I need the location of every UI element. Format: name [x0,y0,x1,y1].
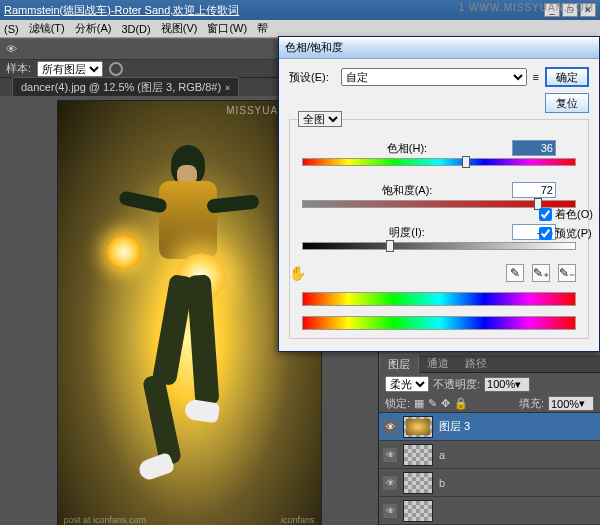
visibility-icon[interactable]: 👁 [383,504,397,518]
ok-button[interactable]: 确定 [545,67,589,87]
menu-help[interactable]: 帮 [257,21,268,36]
colorize-checkbox[interactable]: 着色(O) [539,207,593,222]
layer-name[interactable]: b [439,477,445,489]
hue-slider[interactable] [302,158,576,172]
lock-pixels-icon[interactable]: ▦ [414,397,424,410]
hand-icon[interactable]: ✋ [289,265,306,281]
eyedropper-icon[interactable]: ✎ [506,264,524,282]
visibility-icon[interactable]: 👁 [383,448,397,462]
visibility-icon[interactable]: 👁 [383,476,397,490]
saturation-slider[interactable] [302,200,576,214]
menu-view[interactable]: 视图(V) [161,21,198,36]
saturation-label: 饱和度(A): [302,183,512,198]
app-title: Rammstein(德国战车)-Roter Sand,欢迎上传歌词 [4,3,239,18]
menu-3d[interactable]: 3D(D) [121,23,150,35]
layer-thumb[interactable] [403,416,433,438]
tab-close-icon[interactable]: × [225,83,230,93]
layer-thumb[interactable] [403,500,433,522]
ring-icon[interactable] [109,62,123,76]
dialog-title[interactable]: 色相/饱和度 [279,37,599,59]
tab-layers[interactable]: 图层 [379,354,419,374]
spectrum-bar-bottom [302,316,576,330]
layer-name[interactable]: 图层 3 [439,419,470,434]
layer-row[interactable]: 👁 a [379,441,600,469]
document-tab[interactable]: dancer(4).jpg @ 12.5% (图层 3, RGB/8#) × [12,77,239,97]
preset-label: 预设(E): [289,70,335,85]
saturation-input[interactable] [512,182,556,198]
eyedropper-add-icon[interactable]: ✎₊ [532,264,550,282]
sample-select[interactable]: 所有图层 [37,61,103,77]
fill-label: 填充: [519,396,544,411]
image-credit: post at iconfans.com [64,515,147,525]
eyedropper-icon: 👁 [6,43,17,55]
lock-all-icon[interactable]: 🔒 [454,397,468,410]
lock-label: 锁定: [385,396,410,411]
layer-row[interactable]: 👁 [379,497,600,525]
preview-checkbox[interactable]: 预览(P) [539,226,593,241]
preset-select[interactable]: 自定 [341,68,527,86]
visibility-icon[interactable]: 👁 [383,420,397,434]
hue-label: 色相(H): [302,141,512,156]
tab-channels[interactable]: 通道 [419,354,457,373]
spectrum-bar-top [302,292,576,306]
menu-filter[interactable]: 滤镜(T) [29,21,65,36]
layer-row[interactable]: 👁 图层 3 [379,413,600,441]
layer-thumb[interactable] [403,472,433,494]
opacity-value[interactable]: 100%▾ [484,377,530,392]
tab-paths[interactable]: 路径 [457,354,495,373]
image-credit-2: iconfans [281,515,315,525]
lock-brush-icon[interactable]: ✎ [428,397,437,410]
blend-mode-select[interactable]: 柔光 [385,376,429,392]
lightness-label: 明度(I): [302,225,512,240]
menu-window[interactable]: 窗口(W) [207,21,247,36]
eyedropper-subtract-icon[interactable]: ✎₋ [558,264,576,282]
reset-button[interactable]: 复位 [545,93,589,113]
layer-name[interactable]: a [439,449,445,461]
layer-row[interactable]: 👁 b [379,469,600,497]
menu-analysis[interactable]: 分析(A) [75,21,112,36]
fill-value[interactable]: 100%▾ [548,396,594,411]
sample-label: 样本: [6,61,31,76]
watermark-overlay: 1 WWW.MISSYUAN.COM [459,2,594,13]
channel-select[interactable]: 全图 [298,111,342,127]
tab-label: dancer(4).jpg @ 12.5% (图层 3, RGB/8#) [21,80,221,95]
opacity-label: 不透明度: [433,377,480,392]
lightness-slider[interactable] [302,242,576,256]
hue-input[interactable] [512,140,556,156]
preset-menu-icon[interactable]: ≡ [533,71,539,83]
layer-thumb[interactable] [403,444,433,466]
hue-saturation-dialog: 色相/饱和度 预设(E): 自定 ≡ 确定 复位 全图 色相(H): 饱和度(A… [278,36,600,352]
menu-select[interactable]: (S) [4,23,19,35]
lock-move-icon[interactable]: ✥ [441,397,450,410]
